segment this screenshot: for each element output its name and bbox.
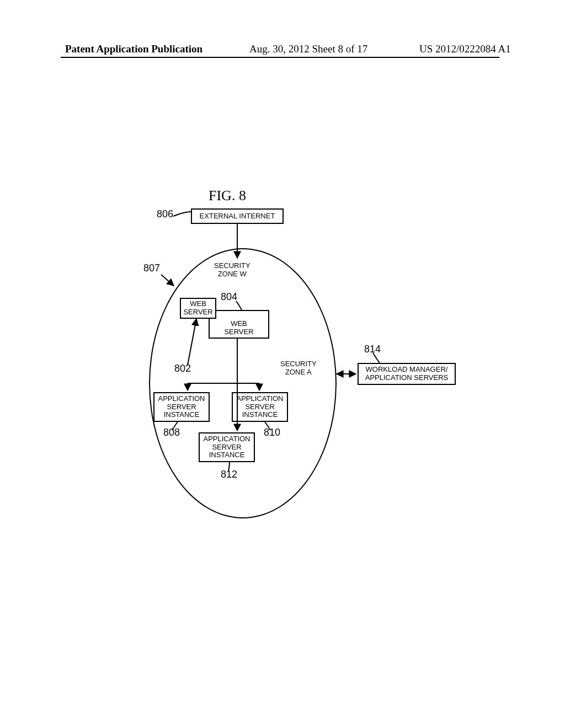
- ref-810: 810: [264, 427, 280, 438]
- ref-802: 802: [174, 363, 191, 374]
- header-mid: Aug. 30, 2012 Sheet 8 of 17: [249, 43, 367, 55]
- figure-8: FIG. 8 EXTERNAL INTERNET WEBSERVER WEBSE…: [143, 188, 469, 529]
- workload-manager-box: WORKLOAD MANAGER/APPLICATION SERVERS: [358, 363, 456, 385]
- ref-807: 807: [143, 263, 160, 274]
- app-server-2-box: APPLICATIONSERVERINSTANCE: [232, 392, 288, 422]
- web-server-1-box: WEBSERVER: [180, 298, 216, 319]
- app-server-3-box: APPLICATIONSERVERINSTANCE: [199, 432, 255, 462]
- header-rule: [61, 57, 499, 58]
- figure-title: FIG. 8: [209, 188, 246, 204]
- security-zone-w-label: SECURITYZONE W: [214, 262, 250, 279]
- web-server-2-box: WEBSERVER: [209, 310, 269, 339]
- security-zone-a-label: SECURITYZONE A: [280, 360, 317, 377]
- header-right: US 2012/0222084 A1: [419, 43, 511, 55]
- ref-812: 812: [221, 469, 237, 480]
- ref-808: 808: [163, 427, 180, 438]
- ref-804: 804: [221, 291, 237, 303]
- ellipse-boundary: [149, 248, 337, 518]
- ref-806: 806: [157, 208, 173, 220]
- header-left: Patent Application Publication: [65, 43, 202, 55]
- ref-814: 814: [364, 344, 381, 355]
- external-internet-box: EXTERNAL INTERNET: [191, 208, 284, 224]
- app-server-1-box: APPLICATIONSERVERINSTANCE: [153, 392, 210, 422]
